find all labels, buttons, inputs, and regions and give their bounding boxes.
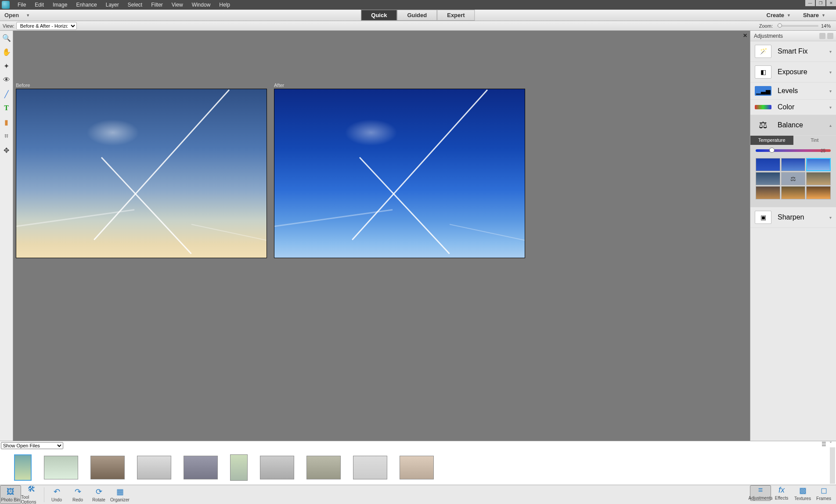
exposure-section[interactable]: ◧ Exposure ▾: [750, 62, 836, 83]
temp-preset-reset[interactable]: ⚖: [781, 172, 806, 185]
minimize-button[interactable]: —: [805, 0, 815, 6]
photobin-scrollbar[interactable]: [830, 447, 835, 484]
thumb-2[interactable]: [44, 456, 78, 479]
menu-image[interactable]: Image: [48, 2, 72, 8]
photobin-button[interactable]: 🖼Photo Bin: [0, 485, 21, 504]
zoom-slider[interactable]: [777, 25, 818, 27]
menu-file[interactable]: File: [13, 2, 30, 8]
thumb-1[interactable]: [14, 454, 32, 481]
menu-layer[interactable]: Layer: [101, 2, 123, 8]
view-label: View:: [3, 23, 14, 29]
temp-preset-7[interactable]: [756, 186, 780, 199]
temperature-slider[interactable]: 25: [756, 149, 831, 154]
panel-menu-icon[interactable]: [827, 33, 833, 39]
list-view-icon[interactable]: ☰: [822, 441, 826, 447]
effects-button[interactable]: fxEffects: [771, 485, 792, 501]
temp-preset-4[interactable]: [756, 172, 780, 185]
quick-select-tool-icon[interactable]: ✦: [1, 61, 12, 71]
temp-preset-9[interactable]: [806, 186, 831, 199]
smartfix-label: Smart Fix: [778, 47, 807, 55]
tab-guided[interactable]: Guided: [397, 10, 437, 21]
reset-icon[interactable]: [819, 33, 825, 39]
temp-preset-6[interactable]: [806, 172, 831, 185]
healing-tool-icon[interactable]: ▮: [1, 117, 12, 127]
balance-section[interactable]: ⚖ Balance ▴: [750, 115, 836, 136]
redo-button[interactable]: ↷Redo: [67, 485, 88, 504]
rotate-button[interactable]: ⟳Rotate: [88, 485, 109, 504]
chevron-down-icon: ▾: [829, 105, 832, 110]
thumb-3[interactable]: [90, 456, 125, 479]
exposure-icon: ◧: [755, 65, 771, 79]
tab-expert[interactable]: Expert: [437, 10, 475, 21]
smartfix-icon: 🪄: [755, 45, 771, 58]
tooloptions-button[interactable]: 🛠Tool Options: [21, 485, 42, 504]
chevron-down-icon: ▾: [829, 70, 832, 75]
expand-icon[interactable]: ˇ: [830, 441, 832, 447]
menu-enhance[interactable]: Enhance: [72, 2, 101, 8]
temperature-tab[interactable]: Temperature: [750, 135, 793, 145]
color-section[interactable]: Color ▾: [750, 100, 836, 115]
photobin-select[interactable]: Show Open Files: [1, 442, 63, 449]
thumb-8[interactable]: [306, 456, 341, 479]
adjustments-button[interactable]: ≡Adjustments: [750, 485, 771, 501]
thumb-7[interactable]: [260, 456, 294, 479]
temp-preset-8[interactable]: [781, 186, 806, 199]
tint-tab[interactable]: Tint: [793, 135, 836, 145]
before-label: Before: [16, 83, 267, 88]
open-menu[interactable]: Open: [0, 12, 23, 18]
zoom-label: Zoom:: [759, 23, 773, 29]
temp-preset-2[interactable]: [781, 158, 806, 171]
organizer-button[interactable]: ▦Organizer: [109, 485, 130, 504]
adjustments-title: Adjustments: [754, 33, 783, 39]
temp-preset-3[interactable]: [806, 158, 831, 171]
chevron-up-icon: ▴: [829, 123, 832, 128]
textures-button[interactable]: ▩Textures: [792, 485, 813, 501]
levels-icon: ▁▃▅: [755, 86, 771, 96]
thumb-4[interactable]: [137, 456, 171, 479]
whiten-tool-icon[interactable]: ╱: [1, 89, 12, 99]
open-caret-icon[interactable]: ▼: [26, 13, 30, 18]
tab-quick[interactable]: Quick: [361, 10, 397, 21]
balance-icon: ⚖: [755, 119, 771, 132]
smartfix-section[interactable]: 🪄 Smart Fix ▾: [750, 41, 836, 62]
chevron-down-icon: ▾: [829, 215, 832, 220]
redeye-tool-icon[interactable]: 👁: [1, 75, 12, 85]
color-icon: [755, 105, 771, 109]
zoom-tool-icon[interactable]: 🔍: [1, 32, 12, 43]
exposure-label: Exposure: [778, 68, 807, 76]
color-label: Color: [778, 103, 794, 111]
after-image: [274, 89, 525, 258]
levels-section[interactable]: ▁▃▅ Levels ▾: [750, 83, 836, 100]
close-document-icon[interactable]: ✕: [743, 32, 747, 39]
menu-filter[interactable]: Filter: [147, 2, 167, 8]
menu-select[interactable]: Select: [123, 2, 147, 8]
create-menu[interactable]: Create▼: [760, 12, 797, 18]
view-select[interactable]: Before & After - Horizontal: [16, 22, 77, 30]
share-menu[interactable]: Share▼: [797, 12, 832, 18]
menu-edit[interactable]: Edit: [30, 2, 48, 8]
text-tool-icon[interactable]: T: [1, 103, 12, 113]
frames-button[interactable]: ◻Frames: [813, 485, 834, 501]
thumb-9[interactable]: [353, 456, 387, 479]
move-tool-icon[interactable]: ✥: [1, 145, 12, 155]
hand-tool-icon[interactable]: ✋: [1, 47, 12, 57]
menu-help[interactable]: Help: [215, 2, 234, 8]
after-label: After: [274, 83, 525, 88]
crop-tool-icon[interactable]: ⌗: [1, 131, 12, 141]
app-logo: [2, 1, 10, 9]
menu-window[interactable]: Window: [187, 2, 215, 8]
chevron-down-icon: ▾: [829, 89, 832, 94]
temp-preset-1[interactable]: [756, 158, 780, 171]
thumb-6[interactable]: [230, 454, 248, 481]
close-window-button[interactable]: ✕: [826, 0, 836, 6]
maximize-button[interactable]: ❐: [816, 0, 825, 6]
undo-button[interactable]: ↶Undo: [46, 485, 67, 504]
sharpen-section[interactable]: ▣ Sharpen ▾: [750, 207, 836, 228]
menu-view[interactable]: View: [167, 2, 187, 8]
thumb-5[interactable]: [184, 456, 218, 479]
sharpen-icon: ▣: [755, 211, 771, 224]
thumb-10[interactable]: [400, 456, 434, 479]
zoom-value: 14%: [821, 23, 831, 29]
levels-label: Levels: [778, 87, 798, 95]
sharpen-label: Sharpen: [778, 213, 804, 221]
